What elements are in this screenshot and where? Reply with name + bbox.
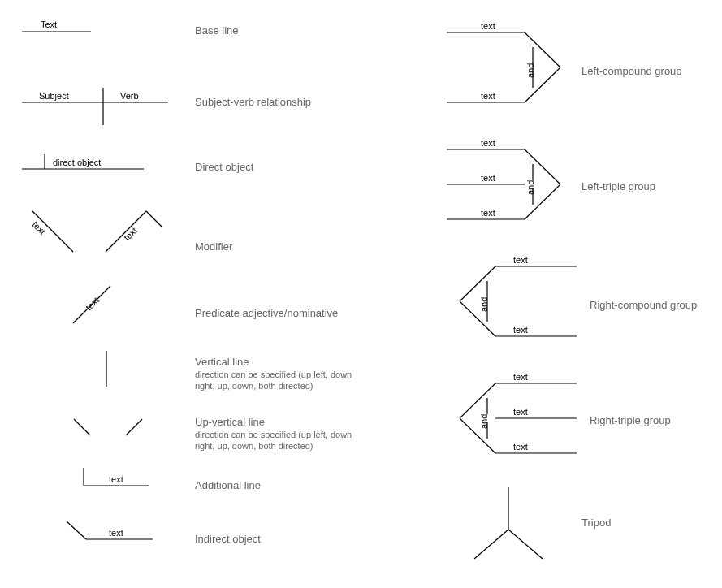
direct-object-label: Direct object [195,161,253,173]
svg-line-42 [508,530,543,559]
up-vertical-line-label: Up-vertical line [195,416,265,428]
left-compound-text-1: text [481,21,495,31]
svg-line-41 [474,530,508,559]
left-compound-conj: and [525,63,535,78]
right-triple-text-1: text [513,372,528,382]
right-compound-conj: and [479,297,489,312]
vertical-line-label: Vertical line [195,356,249,368]
right-triple-text-2: text [513,407,528,417]
subject-text: Subject [39,91,69,101]
indirect-object-label: Indirect object [195,533,261,545]
left-triple-text-3: text [481,208,495,218]
vertical-line-desc: direction can be specified (up left, dow… [195,369,365,392]
vertical-line-diagram [104,351,109,387]
right-compound-label: Right-compound group [590,299,697,311]
left-compound-label: Left-compound group [581,65,682,77]
left-triple-conj: and [525,180,535,195]
right-triple-conj: and [479,414,489,429]
right-triple-text-3: text [513,442,528,452]
tripod-diagram [468,484,549,565]
svg-line-24 [525,149,560,184]
svg-line-18 [525,32,560,67]
baseline-diagram [22,29,91,34]
svg-line-30 [460,266,495,301]
left-compound-text-2: text [481,91,495,101]
right-triple-label: Right-triple group [590,414,671,426]
up-vertical-line-desc: direction can be specified (up left, dow… [195,429,365,452]
left-compound-diagram [447,23,577,112]
left-triple-text-2: text [481,173,495,183]
up-vertical-line-diagram [69,416,150,439]
subject-verb-label: Subject-verb relationship [195,96,311,108]
svg-line-36 [460,383,495,418]
direct-object-text: direct object [53,158,101,167]
left-triple-diagram [447,140,577,229]
pred-adj-label: Predicate adjective/nominative [195,307,338,319]
modifier-label: Modifier [195,240,232,253]
right-compound-text-1: text [513,255,528,265]
svg-line-14 [67,521,86,539]
verb-text: Verb [120,91,139,101]
svg-line-31 [460,301,495,336]
indirect-object-text: text [109,528,123,538]
svg-line-7 [146,211,162,227]
additional-line-label: Additional line [195,479,261,491]
svg-line-11 [126,419,142,435]
left-triple-text-1: text [481,138,495,148]
right-compound-text-2: text [513,325,528,335]
svg-line-10 [74,419,90,435]
baseline-label: Base line [195,24,238,37]
svg-line-37 [460,418,495,453]
additional-line-text: text [109,474,123,484]
left-triple-label: Left-triple group [581,180,655,192]
baseline-text: Text [41,19,57,29]
tripod-label: Tripod [581,517,611,529]
